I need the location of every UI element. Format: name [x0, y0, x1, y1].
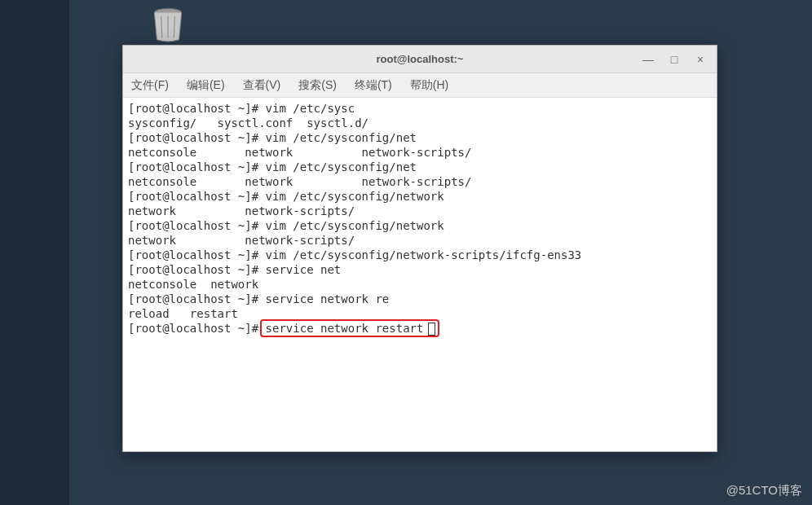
menubar: 文件(F) 编辑(E) 查看(V) 搜索(S) 终端(T) 帮助(H) — [123, 73, 717, 98]
terminal-line: [root@localhost ~]# service net — [128, 262, 712, 277]
menu-help[interactable]: 帮助(H) — [407, 77, 452, 94]
terminal-line: [root@localhost ~]# vim /etc/sysconfig/n… — [128, 189, 712, 204]
menu-file[interactable]: 文件(F) — [128, 77, 172, 94]
titlebar[interactable]: root@localhost:~ — □ × — [123, 46, 717, 73]
terminal-line: [root@localhost ~]# service network re — [128, 292, 712, 306]
menu-terminal[interactable]: 终端(T) — [351, 77, 395, 94]
terminal-line: netconsole network — [128, 277, 712, 292]
terminal-line: network network-scripts/ — [128, 233, 712, 248]
prompt: [root@localhost ~]# — [128, 322, 266, 335]
terminal-window: root@localhost:~ — □ × 文件(F) 编辑(E) 查看(V)… — [122, 45, 717, 452]
terminal-current-line: [root@localhost ~]# service network rest… — [128, 321, 712, 336]
terminal-line: [root@localhost ~]# vim /etc/sysconfig/n… — [128, 130, 712, 145]
menu-edit[interactable]: 编辑(E) — [183, 77, 228, 94]
menu-search[interactable]: 搜索(S) — [295, 77, 340, 94]
minimize-button[interactable]: — — [637, 50, 660, 69]
terminal-line: [root@localhost ~]# vim /etc/sysconfig/n… — [128, 218, 712, 233]
menu-view[interactable]: 查看(V) — [240, 77, 285, 94]
window-title: root@localhost:~ — [377, 53, 464, 65]
terminal-line: netconsole network network-scripts/ — [128, 174, 712, 189]
window-controls: — □ × — [637, 46, 712, 72]
close-button[interactable]: × — [689, 50, 712, 69]
terminal-line: netconsole network network-scripts/ — [128, 145, 712, 160]
current-command: service network restart — [266, 322, 424, 335]
watermark: @51CTO博客 — [726, 483, 802, 498]
cursor — [428, 323, 435, 336]
terminal-line: sysconfig/ sysctl.conf sysctl.d/ — [128, 116, 712, 130]
terminal-line: [root@localhost ~]# vim /etc/sysconfig/n… — [128, 160, 712, 174]
terminal-line: reload restart — [128, 306, 712, 321]
desktop-panel — [0, 0, 69, 505]
maximize-button[interactable]: □ — [663, 50, 686, 69]
terminal-line: [root@localhost ~]# vim /etc/sysconfig/n… — [128, 248, 712, 262]
terminal-line: [root@localhost ~]# vim /etc/sysc — [128, 101, 712, 116]
trash-icon[interactable] — [143, 0, 192, 45]
terminal-body[interactable]: [root@localhost ~]# vim /etc/syscsysconf… — [123, 98, 717, 451]
terminal-line: network network-scripts/ — [128, 204, 712, 218]
